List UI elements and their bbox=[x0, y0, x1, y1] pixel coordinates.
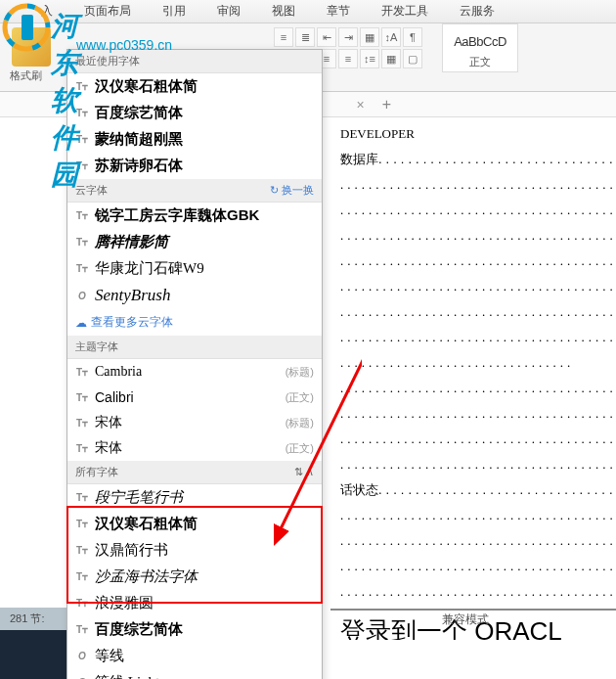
style-name-text: 正文 bbox=[443, 55, 517, 69]
truetype-icon: Tᴛ bbox=[75, 544, 89, 558]
format-brush-button[interactable]: 格式刷 bbox=[10, 68, 42, 83]
doc-text: ................................. bbox=[340, 350, 606, 376]
font-name-label: 苏新诗卵石体 bbox=[95, 157, 183, 175]
document-canvas[interactable]: DEVELOPER 数据库...........................… bbox=[330, 117, 616, 640]
tab-chapter[interactable]: 章节 bbox=[311, 3, 366, 20]
sort-button[interactable]: ↕A bbox=[381, 27, 401, 47]
font-name-label: 汉仪寒石粗体简 bbox=[95, 77, 198, 96]
font-name-label: 汉仪寒石粗体简 bbox=[95, 515, 198, 533]
tab-layout[interactable]: 页面布局 bbox=[68, 3, 147, 20]
dropdown-section-recent: 最近使用字体 bbox=[67, 50, 322, 73]
document-tab[interactable]: × bbox=[346, 97, 374, 113]
doc-text: 话状态.................................. bbox=[340, 477, 606, 503]
font-name-label: 百度综艺简体 bbox=[95, 104, 183, 122]
shading-button[interactable]: ▦ bbox=[381, 49, 401, 68]
font-name-label: 锐字工房云字库魏体GBK bbox=[95, 206, 259, 225]
font-option[interactable]: O等线 bbox=[67, 643, 322, 669]
style-normal[interactable]: AaBbCcD 正文 bbox=[442, 23, 518, 72]
font-option[interactable]: Tᴛ汉鼎简行书 bbox=[67, 537, 322, 564]
dropdown-section-cloud: 云字体 ↻ 换一换 bbox=[67, 179, 322, 203]
font-name-label: Calibri bbox=[95, 389, 134, 405]
truetype-icon: Tᴛ bbox=[75, 390, 89, 404]
truetype-icon: Tᴛ bbox=[75, 416, 89, 430]
tab-insert[interactable]: 入 bbox=[25, 3, 68, 20]
dropdown-section-all: 所有字体 ⇅ ∧ bbox=[67, 461, 322, 484]
doc-text: ........................................… bbox=[340, 401, 606, 427]
font-option[interactable]: Tᴛ汉仪寒石粗体简 bbox=[67, 73, 322, 100]
font-option[interactable]: Tᴛ宋体(标题) bbox=[67, 410, 322, 435]
font-name-label: SentyBrush bbox=[95, 286, 170, 305]
font-option[interactable]: Tᴛ沙孟海书法字体 bbox=[67, 564, 322, 590]
status-dark-panel bbox=[0, 630, 68, 679]
font-option[interactable]: Tᴛ百度综艺简体 bbox=[67, 616, 322, 643]
font-name-label: 百度综艺简体 bbox=[95, 620, 183, 639]
font-option[interactable]: Tᴛ浪漫雅圆 bbox=[67, 590, 322, 616]
font-name-label: 沙孟海书法字体 bbox=[95, 567, 198, 586]
doc-text: ........................................… bbox=[340, 223, 606, 249]
doc-text: ........................................… bbox=[340, 249, 606, 274]
tab-dev[interactable]: 开发工具 bbox=[366, 3, 444, 20]
sort-toggle-icon[interactable]: ⇅ ∧ bbox=[294, 466, 314, 478]
truetype-icon: Tᴛ bbox=[75, 623, 89, 637]
list-number-button[interactable]: ≣ bbox=[295, 27, 315, 47]
align-justify-button[interactable]: ≡ bbox=[338, 49, 358, 68]
indent-inc-button[interactable]: ⇥ bbox=[338, 27, 358, 47]
font-tag: (正文) bbox=[286, 390, 314, 405]
font-name-label: Cambria bbox=[95, 364, 142, 380]
ribbon-tabs: 入 页面布局 引用 审阅 视图 章节 开发工具 云服务 bbox=[0, 0, 616, 23]
font-option[interactable]: Tᴛ苏新诗卵石体 bbox=[67, 153, 322, 179]
truetype-icon: Tᴛ bbox=[75, 159, 89, 173]
tab-add-icon[interactable]: + bbox=[382, 96, 391, 113]
line-spacing-button[interactable]: ↕≡ bbox=[360, 49, 379, 68]
opentype-icon: O bbox=[75, 676, 89, 680]
doc-text: ........................................… bbox=[340, 427, 606, 452]
font-tag: (标题) bbox=[286, 365, 314, 380]
font-option[interactable]: Tᴛ百度综艺简体 bbox=[67, 100, 322, 126]
tab-close-icon[interactable]: × bbox=[356, 97, 364, 113]
font-option[interactable]: Tᴛ宋体(正文) bbox=[67, 435, 322, 461]
font-option[interactable]: TᴛCambria(标题) bbox=[67, 359, 322, 385]
show-marks-button[interactable]: ¶ bbox=[403, 27, 422, 47]
truetype-icon: Tᴛ bbox=[75, 236, 89, 249]
font-option[interactable]: Tᴛ腾祥情影简 bbox=[67, 229, 322, 255]
list-bullet-button[interactable]: ≡ bbox=[274, 27, 293, 47]
indent-dec-button[interactable]: ⇤ bbox=[317, 27, 336, 47]
style-preview-text: AaBbCcD bbox=[443, 30, 517, 49]
font-option[interactable]: Tᴛ汉仪寒石粗体简 bbox=[67, 511, 322, 537]
font-option[interactable]: OSentyBrush bbox=[67, 282, 322, 309]
font-option[interactable]: O等线 Light bbox=[67, 669, 322, 679]
compat-mode-label: 兼容模式 bbox=[442, 611, 489, 628]
tab-review[interactable]: 审阅 bbox=[201, 3, 256, 20]
doc-text: ........................................… bbox=[340, 452, 606, 477]
font-option[interactable]: Tᴛ段宁毛笔行书 bbox=[67, 484, 322, 511]
tab-cloud[interactable]: 云服务 bbox=[444, 3, 510, 20]
font-option[interactable]: Tᴛ蒙纳简超刚黑 bbox=[67, 126, 322, 153]
doc-text: DEVELOPER bbox=[340, 121, 606, 147]
border-button[interactable]: ▦ bbox=[360, 27, 379, 47]
tab-reference[interactable]: 引用 bbox=[147, 3, 201, 20]
truetype-icon: Tᴛ bbox=[75, 491, 89, 505]
font-name-label: 等线 bbox=[95, 647, 124, 665]
font-name-label: 浪漫雅圆 bbox=[95, 594, 154, 612]
dropdown-section-theme: 主题字体 bbox=[67, 336, 322, 359]
font-name-label: 蒙纳简超刚黑 bbox=[95, 130, 183, 149]
cloud-refresh-button[interactable]: ↻ 换一换 bbox=[270, 183, 314, 198]
doc-text: ........................................… bbox=[340, 172, 606, 198]
doc-text: ........................................… bbox=[340, 376, 606, 401]
font-option[interactable]: Tᴛ锐字工房云字库魏体GBK bbox=[67, 203, 322, 229]
truetype-icon: Tᴛ bbox=[75, 107, 89, 120]
paste-icon[interactable] bbox=[12, 27, 51, 67]
truetype-icon: Tᴛ bbox=[75, 365, 89, 379]
font-dropdown[interactable]: 最近使用字体 Tᴛ汉仪寒石粗体简Tᴛ百度综艺简体Tᴛ蒙纳简超刚黑Tᴛ苏新诗卵石体… bbox=[66, 49, 323, 679]
font-tag: (标题) bbox=[286, 416, 314, 430]
font-name-label: 腾祥情影简 bbox=[95, 233, 168, 251]
font-option[interactable]: TᴛCalibri(正文) bbox=[67, 385, 322, 410]
more-cloud-fonts-link[interactable]: ☁ 查看更多云字体 bbox=[67, 309, 322, 336]
tab-view[interactable]: 视图 bbox=[256, 3, 311, 20]
doc-text: ........................................… bbox=[340, 554, 606, 579]
truetype-icon: Tᴛ bbox=[75, 570, 89, 584]
doc-text: ........................................… bbox=[340, 198, 606, 223]
font-name-label: 段宁毛笔行书 bbox=[95, 488, 183, 507]
font-option[interactable]: Tᴛ华康龙门石碑W9 bbox=[67, 255, 322, 282]
borders-button[interactable]: ▢ bbox=[403, 49, 422, 68]
